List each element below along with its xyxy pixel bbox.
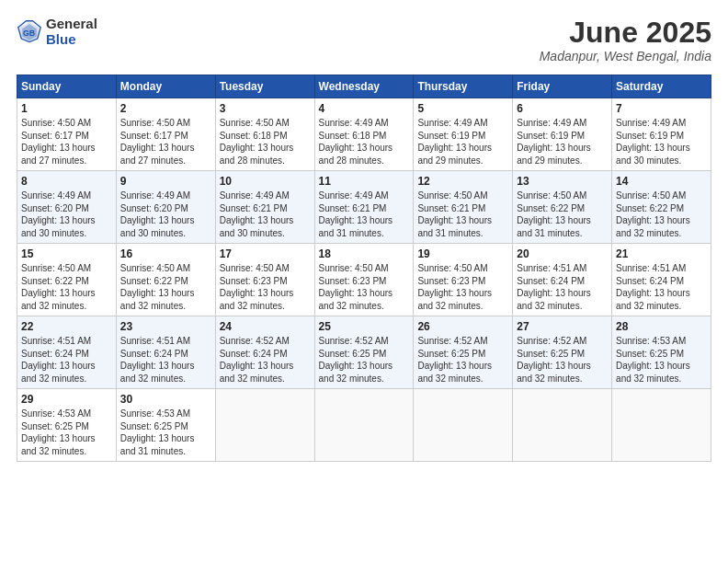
table-row bbox=[513, 389, 612, 462]
day-info: Sunrise: 4:51 AMSunset: 6:24 PMDaylight:… bbox=[21, 335, 112, 385]
day-number: 25 bbox=[319, 320, 410, 333]
calendar-week-row: 15Sunrise: 4:50 AMSunset: 6:22 PMDayligh… bbox=[17, 244, 711, 316]
day-number: 6 bbox=[517, 102, 608, 115]
table-row: 14Sunrise: 4:50 AMSunset: 6:22 PMDayligh… bbox=[612, 171, 711, 244]
day-number: 24 bbox=[220, 320, 311, 333]
table-row: 1Sunrise: 4:50 AMSunset: 6:17 PMDaylight… bbox=[17, 98, 117, 171]
table-row: 26Sunrise: 4:52 AMSunset: 6:25 PMDayligh… bbox=[414, 316, 513, 389]
logo-icon: GB bbox=[17, 19, 42, 45]
day-number: 22 bbox=[21, 320, 112, 333]
day-info: Sunrise: 4:49 AMSunset: 6:19 PMDaylight:… bbox=[616, 117, 707, 167]
day-info: Sunrise: 4:50 AMSunset: 6:23 PMDaylight:… bbox=[220, 262, 311, 312]
day-number: 29 bbox=[21, 393, 112, 406]
col-sunday: Sunday bbox=[17, 75, 117, 98]
table-row: 10Sunrise: 4:49 AMSunset: 6:21 PMDayligh… bbox=[215, 171, 314, 244]
table-row: 5Sunrise: 4:49 AMSunset: 6:19 PMDaylight… bbox=[414, 98, 513, 171]
day-info: Sunrise: 4:51 AMSunset: 6:24 PMDaylight:… bbox=[120, 335, 211, 385]
day-info: Sunrise: 4:49 AMSunset: 6:19 PMDaylight:… bbox=[417, 117, 508, 167]
logo-general: General bbox=[46, 17, 97, 32]
location: Madanpur, West Bengal, India bbox=[540, 49, 711, 63]
table-row: 13Sunrise: 4:50 AMSunset: 6:22 PMDayligh… bbox=[513, 171, 612, 244]
calendar-week-row: 1Sunrise: 4:50 AMSunset: 6:17 PMDaylight… bbox=[17, 98, 711, 171]
table-row: 11Sunrise: 4:49 AMSunset: 6:21 PMDayligh… bbox=[314, 171, 414, 244]
calendar-week-row: 22Sunrise: 4:51 AMSunset: 6:24 PMDayligh… bbox=[17, 316, 711, 389]
calendar-body: 1Sunrise: 4:50 AMSunset: 6:17 PMDaylight… bbox=[17, 98, 711, 462]
table-row: 21Sunrise: 4:51 AMSunset: 6:24 PMDayligh… bbox=[612, 244, 711, 316]
day-info: Sunrise: 4:49 AMSunset: 6:18 PMDaylight:… bbox=[319, 117, 410, 167]
day-info: Sunrise: 4:49 AMSunset: 6:21 PMDaylight:… bbox=[220, 190, 311, 239]
day-number: 12 bbox=[417, 175, 508, 188]
day-number: 2 bbox=[120, 102, 211, 115]
day-number: 16 bbox=[120, 247, 211, 260]
table-row: 25Sunrise: 4:52 AMSunset: 6:25 PMDayligh… bbox=[314, 316, 414, 389]
table-row: 20Sunrise: 4:51 AMSunset: 6:24 PMDayligh… bbox=[513, 244, 612, 316]
day-number: 13 bbox=[517, 175, 608, 188]
table-row bbox=[612, 389, 711, 462]
title-block: June 2025 Madanpur, West Bengal, India bbox=[540, 17, 711, 63]
table-row: 2Sunrise: 4:50 AMSunset: 6:17 PMDaylight… bbox=[116, 98, 215, 171]
day-number: 5 bbox=[417, 102, 508, 115]
table-row: 12Sunrise: 4:50 AMSunset: 6:21 PMDayligh… bbox=[414, 171, 513, 244]
day-number: 8 bbox=[21, 175, 112, 188]
day-info: Sunrise: 4:52 AMSunset: 6:24 PMDaylight:… bbox=[220, 335, 311, 385]
day-info: Sunrise: 4:50 AMSunset: 6:22 PMDaylight:… bbox=[120, 262, 211, 312]
table-row: 16Sunrise: 4:50 AMSunset: 6:22 PMDayligh… bbox=[116, 244, 215, 316]
day-number: 21 bbox=[616, 247, 707, 260]
day-info: Sunrise: 4:49 AMSunset: 6:19 PMDaylight:… bbox=[517, 117, 608, 167]
logo-text: General Blue bbox=[46, 17, 97, 47]
svg-text:GB: GB bbox=[23, 28, 35, 37]
table-row: 7Sunrise: 4:49 AMSunset: 6:19 PMDaylight… bbox=[612, 98, 711, 171]
day-info: Sunrise: 4:50 AMSunset: 6:22 PMDaylight:… bbox=[517, 190, 608, 239]
day-number: 10 bbox=[220, 175, 311, 188]
table-row bbox=[215, 389, 314, 462]
table-row: 23Sunrise: 4:51 AMSunset: 6:24 PMDayligh… bbox=[116, 316, 215, 389]
calendar-header-row: Sunday Monday Tuesday Wednesday Thursday… bbox=[17, 75, 711, 98]
day-info: Sunrise: 4:50 AMSunset: 6:23 PMDaylight:… bbox=[417, 262, 508, 312]
day-number: 4 bbox=[319, 102, 410, 115]
day-info: Sunrise: 4:51 AMSunset: 6:24 PMDaylight:… bbox=[616, 262, 707, 312]
day-number: 19 bbox=[417, 247, 508, 260]
day-number: 17 bbox=[220, 247, 311, 260]
day-info: Sunrise: 4:50 AMSunset: 6:17 PMDaylight:… bbox=[120, 117, 211, 167]
col-friday: Friday bbox=[513, 75, 612, 98]
day-number: 11 bbox=[319, 175, 410, 188]
day-info: Sunrise: 4:53 AMSunset: 6:25 PMDaylight:… bbox=[21, 408, 112, 457]
table-row bbox=[314, 389, 414, 462]
day-number: 18 bbox=[319, 247, 410, 260]
day-info: Sunrise: 4:53 AMSunset: 6:25 PMDaylight:… bbox=[616, 335, 707, 385]
table-row: 4Sunrise: 4:49 AMSunset: 6:18 PMDaylight… bbox=[314, 98, 414, 171]
header: GB General Blue June 2025 Madanpur, West… bbox=[17, 17, 711, 63]
day-number: 3 bbox=[220, 102, 311, 115]
day-number: 9 bbox=[120, 175, 211, 188]
day-info: Sunrise: 4:49 AMSunset: 6:20 PMDaylight:… bbox=[120, 190, 211, 239]
col-thursday: Thursday bbox=[414, 75, 513, 98]
table-row bbox=[414, 389, 513, 462]
table-row: 28Sunrise: 4:53 AMSunset: 6:25 PMDayligh… bbox=[612, 316, 711, 389]
day-info: Sunrise: 4:50 AMSunset: 6:21 PMDaylight:… bbox=[417, 190, 508, 239]
day-number: 20 bbox=[517, 247, 608, 260]
day-info: Sunrise: 4:53 AMSunset: 6:25 PMDaylight:… bbox=[120, 408, 211, 457]
day-info: Sunrise: 4:51 AMSunset: 6:24 PMDaylight:… bbox=[517, 262, 608, 312]
table-row: 15Sunrise: 4:50 AMSunset: 6:22 PMDayligh… bbox=[17, 244, 117, 316]
page: GB General Blue June 2025 Madanpur, West… bbox=[0, 0, 728, 563]
col-tuesday: Tuesday bbox=[215, 75, 314, 98]
day-info: Sunrise: 4:50 AMSunset: 6:22 PMDaylight:… bbox=[616, 190, 707, 239]
day-number: 1 bbox=[21, 102, 112, 115]
day-info: Sunrise: 4:50 AMSunset: 6:23 PMDaylight:… bbox=[319, 262, 410, 312]
calendar-week-row: 29Sunrise: 4:53 AMSunset: 6:25 PMDayligh… bbox=[17, 389, 711, 462]
logo-blue: Blue bbox=[46, 32, 97, 48]
day-info: Sunrise: 4:52 AMSunset: 6:25 PMDaylight:… bbox=[517, 335, 608, 385]
day-number: 27 bbox=[517, 320, 608, 333]
day-number: 30 bbox=[120, 393, 211, 406]
day-number: 28 bbox=[616, 320, 707, 333]
table-row: 8Sunrise: 4:49 AMSunset: 6:20 PMDaylight… bbox=[17, 171, 117, 244]
day-number: 7 bbox=[616, 102, 707, 115]
table-row: 30Sunrise: 4:53 AMSunset: 6:25 PMDayligh… bbox=[116, 389, 215, 462]
col-monday: Monday bbox=[116, 75, 215, 98]
table-row: 9Sunrise: 4:49 AMSunset: 6:20 PMDaylight… bbox=[116, 171, 215, 244]
day-info: Sunrise: 4:49 AMSunset: 6:21 PMDaylight:… bbox=[319, 190, 410, 239]
table-row: 22Sunrise: 4:51 AMSunset: 6:24 PMDayligh… bbox=[17, 316, 117, 389]
table-row: 27Sunrise: 4:52 AMSunset: 6:25 PMDayligh… bbox=[513, 316, 612, 389]
day-number: 26 bbox=[417, 320, 508, 333]
day-info: Sunrise: 4:49 AMSunset: 6:20 PMDaylight:… bbox=[21, 190, 112, 239]
